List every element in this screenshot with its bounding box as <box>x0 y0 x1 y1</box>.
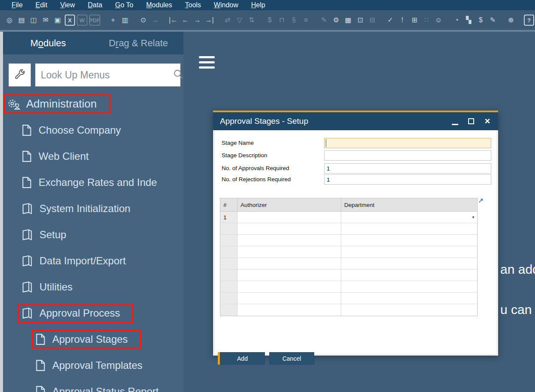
menu-item[interactable]: File <box>5 0 29 10</box>
tree-item[interactable]: Data Import/Export <box>3 248 183 274</box>
search-icon[interactable] <box>173 69 183 81</box>
toolbar-icon[interactable]: § <box>289 15 299 26</box>
authorizer-cell[interactable] <box>237 258 341 269</box>
field-input[interactable] <box>324 163 491 174</box>
toolbar-icon[interactable]: ✎ <box>319 15 329 26</box>
maximize-icon[interactable] <box>467 117 475 125</box>
tree-item[interactable]: Approval Templates <box>3 352 183 378</box>
authorizer-cell[interactable] <box>237 269 341 281</box>
toolbar-icon[interactable]: ▤ <box>16 15 27 26</box>
toolbar-icon[interactable]: ∷ <box>421 15 432 26</box>
toolbar-icon[interactable]: ⇄ <box>222 15 233 26</box>
toolbar-icon[interactable]: ⚙ <box>331 15 341 26</box>
menu-item[interactable]: Go To <box>109 0 140 10</box>
tree-item[interactable]: Web Client <box>3 143 183 169</box>
toolbar-icon[interactable]: ✉ <box>40 15 51 26</box>
toolbar-icon[interactable]: ☺ <box>433 15 444 26</box>
menu-item[interactable]: Data <box>81 0 109 10</box>
authorizer-cell[interactable] <box>237 293 341 304</box>
toolbar-icon[interactable]: ⊓ <box>277 15 287 26</box>
menu-item[interactable]: Help <box>245 0 272 10</box>
authorizer-cell[interactable] <box>237 212 341 223</box>
hamburger-menu-icon[interactable] <box>199 56 215 72</box>
toolbar-icon[interactable]: X <box>65 15 75 26</box>
toolbar-icon[interactable]: ⊞ <box>409 15 420 26</box>
dialog-button[interactable]: Cancel <box>269 352 314 365</box>
toolbar-icon[interactable]: →| <box>204 15 215 26</box>
minimize-icon[interactable] <box>451 117 459 125</box>
toolbar-icon[interactable]: ▚ <box>463 15 474 26</box>
dialog-title-bar[interactable]: Approval Stages - Setup × <box>213 112 498 130</box>
department-cell[interactable] <box>341 293 477 304</box>
toolbar-icon[interactable]: ◎ <box>4 15 15 26</box>
menu-item[interactable]: Tools <box>178 0 207 10</box>
toolbar-icon[interactable]: ! <box>397 15 408 26</box>
toolbar-icon[interactable]: ▣ <box>53 15 63 26</box>
dialog-button[interactable]: Add <box>220 352 265 365</box>
authorizer-cell[interactable] <box>237 223 341 234</box>
department-cell[interactable] <box>341 246 477 257</box>
menu-item[interactable]: View <box>54 0 81 10</box>
toolbar-icon[interactable]: → <box>192 15 202 26</box>
menu-item[interactable]: Edit <box>29 0 54 10</box>
toolbar-icon[interactable]: → <box>150 15 160 26</box>
field-input[interactable] <box>324 138 491 148</box>
grid-header-number[interactable]: # <box>220 198 237 211</box>
department-cell[interactable] <box>341 258 477 269</box>
toolbar-icon[interactable]: $ <box>475 15 486 26</box>
tree-item[interactable]: System Initialization <box>3 195 183 221</box>
department-cell[interactable] <box>341 304 477 316</box>
field-input[interactable] <box>324 174 491 185</box>
tree-item[interactable]: Approval Status Report <box>3 378 183 392</box>
toolbar-icon[interactable]: ⊡ <box>355 15 365 26</box>
toolbar-icon[interactable]: ⇅ <box>246 15 257 26</box>
tree-item[interactable]: Exchange Rates and Inde <box>3 169 183 195</box>
tree-item[interactable]: Administration <box>3 91 183 117</box>
toolbar-icon[interactable]: ⊟ <box>367 15 377 26</box>
authorizer-cell[interactable] <box>237 235 341 246</box>
search-input[interactable] <box>36 69 173 81</box>
toolbar-icon[interactable]: ✓ <box>385 15 395 26</box>
menu-settings-button[interactable] <box>9 63 31 87</box>
toolbar-icon[interactable]: ⊙ <box>138 15 148 26</box>
toolbar-icon[interactable]: ✎ <box>487 15 498 26</box>
field-input[interactable] <box>324 150 491 161</box>
toolbar-icon[interactable]: $ <box>264 15 275 26</box>
department-cell[interactable] <box>341 223 477 234</box>
department-cell[interactable] <box>341 269 477 281</box>
toolbar-icon[interactable]: ⊕ <box>506 15 516 26</box>
toolbar-icon[interactable]: + <box>108 15 118 26</box>
tree-item[interactable]: Approval Process <box>3 300 183 326</box>
toolbar-icon[interactable]: ¤ <box>301 15 311 26</box>
dropdown-caret-icon[interactable]: ▼ <box>472 215 475 219</box>
department-cell[interactable] <box>341 235 477 246</box>
sidebar-scroll-strip[interactable] <box>0 32 3 392</box>
authorizer-cell[interactable] <box>237 246 341 257</box>
sidebar-tab[interactable]: Drag & Relate <box>93 32 184 54</box>
toolbar-icon[interactable]: |← <box>168 15 178 26</box>
toolbar-icon[interactable]: ◔ <box>451 15 462 26</box>
sidebar-tab[interactable]: Modules <box>3 32 93 54</box>
toolbar-icon[interactable]: ? <box>524 15 534 26</box>
grid-header-department[interactable]: Department <box>341 198 477 211</box>
toolbar-icon[interactable]: ▽ <box>234 15 245 26</box>
menu-item[interactable]: Modules <box>140 0 178 10</box>
tree-item[interactable]: Setup <box>3 221 183 248</box>
toolbar-icon[interactable]: ▥ <box>120 15 130 26</box>
authorizer-cell[interactable] <box>237 304 341 316</box>
menu-item[interactable]: Window <box>207 0 245 10</box>
close-icon[interactable]: × <box>484 117 491 125</box>
authorizer-cell[interactable] <box>237 281 341 292</box>
toolbar-icon[interactable]: ← <box>180 15 190 26</box>
department-cell[interactable] <box>341 281 477 292</box>
grid-header-authorizer[interactable]: Authorizer <box>237 198 341 211</box>
tree-item[interactable]: Choose Company <box>3 117 183 143</box>
toolbar-icon[interactable]: ▦ <box>343 15 353 26</box>
tree-item[interactable]: Utilities <box>3 274 183 300</box>
toolbar-icon[interactable]: ◫ <box>28 15 39 26</box>
toolbar-icon[interactable]: W <box>77 15 87 26</box>
tree-item[interactable]: Approval Stages <box>3 326 183 352</box>
toolbar-icon[interactable]: PDF <box>89 15 100 26</box>
department-cell[interactable]: ▼ <box>341 212 477 223</box>
expand-grid-icon[interactable]: ↗ <box>478 197 484 204</box>
